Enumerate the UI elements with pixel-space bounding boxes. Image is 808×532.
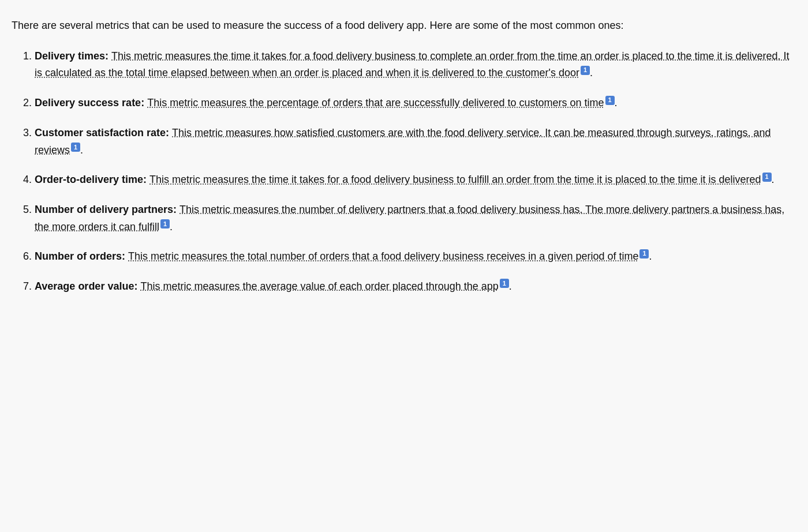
list-item: Average order value: This metric measure… <box>35 278 796 295</box>
list-item: Order-to-delivery time: This metric meas… <box>35 171 796 189</box>
list-item: Customer satisfaction rate: This metric … <box>35 125 796 159</box>
citation-badge[interactable]: 1 <box>581 66 590 75</box>
metrics-list: Delivery times: This metric measures the… <box>12 48 796 295</box>
citation-badge[interactable]: 1 <box>762 173 772 182</box>
citation-badge[interactable]: 1 <box>500 279 509 288</box>
metric-label: Average order value: <box>35 280 140 292</box>
cited-text: This metric measures the time it takes f… <box>35 50 790 79</box>
citation-badge[interactable]: 1 <box>639 249 649 258</box>
metric-label: Number of orders: <box>35 250 128 262</box>
citation-badge[interactable]: 1 <box>160 219 170 228</box>
metric-label: Number of delivery partners: <box>35 204 179 215</box>
list-item: Delivery times: This metric measures the… <box>35 48 796 82</box>
intro-paragraph: There are several metrics that can be us… <box>12 17 796 34</box>
list-item: Number of delivery partners: This metric… <box>35 201 796 235</box>
cited-text: This metric measures the average value o… <box>140 280 498 292</box>
cited-text: This metric measures the total number of… <box>128 250 638 262</box>
metric-label: Customer satisfaction rate: <box>35 127 172 138</box>
cited-text: This metric measures the percentage of o… <box>147 97 604 108</box>
list-item: Number of orders: This metric measures t… <box>35 248 796 265</box>
metric-label: Delivery times: <box>35 50 111 62</box>
metric-label: Order-to-delivery time: <box>35 174 149 185</box>
cited-text: This metric measures the time it takes f… <box>149 174 761 185</box>
citation-badge[interactable]: 1 <box>71 143 80 152</box>
metric-label: Delivery success rate: <box>35 97 147 108</box>
citation-badge[interactable]: 1 <box>605 96 615 105</box>
list-item: Delivery success rate: This metric measu… <box>35 95 796 112</box>
